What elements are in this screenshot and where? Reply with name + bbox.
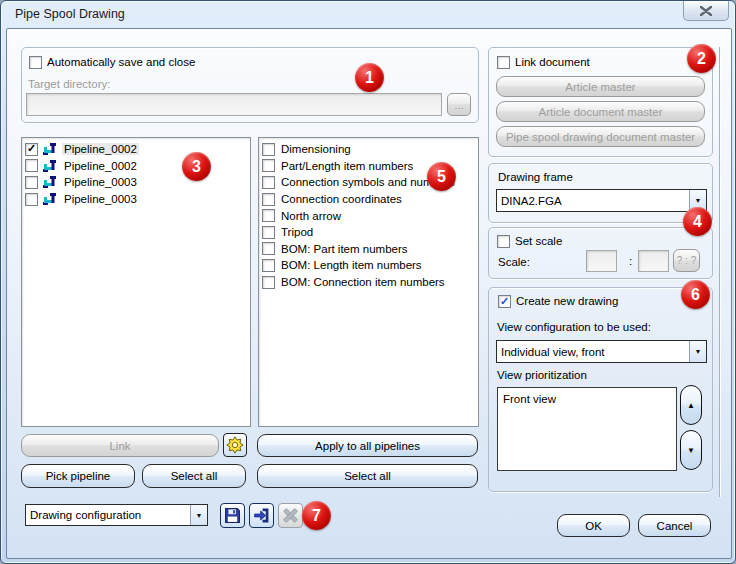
option-checkbox[interactable] — [262, 143, 275, 156]
view-configuration-combobox[interactable]: Individual view, front ▼ — [496, 340, 707, 363]
delete-configuration-button[interactable] — [278, 503, 303, 528]
auto-save-label: Automatically save and close — [47, 56, 195, 68]
option-row[interactable]: Tripod — [262, 224, 478, 241]
article-master-button[interactable]: Article master — [496, 76, 705, 97]
annotation-badge-6: 6 — [681, 280, 710, 309]
option-row[interactable]: Connection coordinates — [262, 191, 478, 208]
annotation-badge-7: 7 — [302, 501, 331, 530]
annotation-badge-5: 5 — [427, 162, 456, 191]
load-configuration-button[interactable] — [249, 503, 274, 528]
set-scale-checkbox[interactable] — [497, 235, 510, 248]
pipeline-label: Pipeline_0003 — [62, 176, 139, 188]
auto-save-checkbox[interactable] — [29, 56, 42, 69]
option-checkbox[interactable] — [262, 276, 275, 289]
option-row[interactable]: BOM: Part item numbers — [262, 241, 478, 258]
annotation-badge-3: 3 — [182, 152, 211, 181]
move-up-button[interactable]: ▲ — [680, 385, 702, 425]
view-prioritization-label: View prioritization — [497, 369, 587, 381]
option-label: Part/Length item numbers — [279, 160, 415, 172]
target-directory-label: Target directory: — [28, 78, 110, 90]
option-label: BOM: Part item numbers — [279, 243, 410, 255]
create-new-drawing-checkbox[interactable]: ✓ — [498, 295, 511, 308]
option-checkbox[interactable] — [262, 259, 275, 272]
scale-separator: : — [629, 255, 632, 267]
close-button[interactable] — [683, 1, 729, 21]
priority-label: Front view — [501, 393, 558, 405]
option-label: Dimensioning — [279, 143, 353, 155]
option-checkbox[interactable] — [262, 242, 275, 255]
down-arrow-icon: ▼ — [687, 446, 695, 455]
pipeline-row[interactable]: Pipeline_0003 — [25, 191, 250, 208]
set-scale-label: Set scale — [515, 235, 562, 247]
drawing-frame-label: Drawing frame — [498, 171, 573, 183]
delete-x-icon — [282, 507, 299, 524]
save-configuration-button[interactable] — [220, 503, 245, 528]
pipeline-row[interactable]: Pipeline_0002 — [25, 158, 250, 175]
drawing-frame-value: DINA2.FGA — [497, 195, 689, 207]
view-prioritization-list[interactable]: Front view — [497, 387, 677, 471]
pick-pipeline-button[interactable]: Pick pipeline — [21, 464, 135, 488]
option-row[interactable]: BOM: Connection item numbers — [262, 274, 478, 291]
pipe-spool-drawing-dialog: Pipe Spool Drawing Automatically save an… — [0, 0, 736, 564]
pipeline-label: Pipeline_0002 — [62, 143, 139, 155]
option-checkbox[interactable] — [262, 226, 275, 239]
pipeline-checkbox[interactable] — [25, 176, 38, 189]
option-row[interactable]: Dimensioning — [262, 141, 478, 158]
annotation-badge-4: 4 — [683, 207, 712, 236]
option-row[interactable]: North arrow — [262, 207, 478, 224]
option-row[interactable]: BOM: Length item numbers — [262, 257, 478, 274]
link-document-label: Link document — [515, 56, 590, 68]
panel-divider — [719, 47, 720, 497]
gear-icon — [226, 436, 244, 454]
move-down-button[interactable]: ▼ — [680, 430, 702, 470]
ok-button[interactable]: OK — [557, 514, 630, 537]
pipeline-checkbox[interactable] — [25, 193, 38, 206]
article-document-master-button[interactable]: Article document master — [496, 101, 705, 122]
select-all-pipelines-button[interactable]: Select all — [142, 464, 246, 488]
pipeline-icon — [42, 192, 58, 206]
scale-denominator-input[interactable] — [638, 250, 669, 272]
link-document-checkbox[interactable] — [497, 56, 510, 69]
pipeline-icon — [42, 175, 58, 189]
option-checkbox[interactable] — [262, 193, 275, 206]
option-label: Tripod — [279, 226, 315, 238]
option-checkbox[interactable] — [262, 159, 275, 172]
window-title: Pipe Spool Drawing — [15, 7, 125, 21]
option-checkbox[interactable] — [262, 209, 275, 222]
annotation-badge-2: 2 — [687, 44, 716, 73]
pipeline-checkbox[interactable]: ✓ — [25, 143, 38, 156]
pipe-spool-drawing-document-master-button[interactable]: Pipe spool drawing document master — [496, 126, 705, 147]
priority-row[interactable]: Front view — [501, 391, 676, 408]
target-directory-input[interactable] — [26, 93, 442, 116]
option-label: BOM: Connection item numbers — [279, 276, 447, 288]
pipeline-list[interactable]: ✓ Pipeline_0002 Pipeline_0002 Pipeline_0… — [21, 137, 251, 427]
pipeline-label: Pipeline_0002 — [62, 160, 139, 172]
drawing-configuration-combobox[interactable]: Drawing configuration ▼ — [25, 504, 208, 526]
browse-button[interactable]: ... — [447, 93, 471, 116]
apply-to-all-pipelines-button[interactable]: Apply to all pipelines — [257, 434, 478, 457]
link-button[interactable]: Link — [21, 434, 219, 457]
import-arrow-icon — [253, 507, 270, 524]
option-label: North arrow — [279, 210, 343, 222]
cancel-button[interactable]: Cancel — [638, 514, 711, 537]
chevron-down-icon[interactable]: ▼ — [190, 505, 207, 525]
pipeline-row[interactable]: Pipeline_0003 — [25, 174, 250, 191]
drawing-frame-combobox[interactable]: DINA2.FGA ▼ — [496, 189, 707, 212]
save-icon — [224, 507, 241, 524]
scale-ratio-button[interactable]: ? : ? — [673, 249, 700, 272]
pipeline-icon — [42, 159, 58, 173]
pipeline-label: Pipeline_0003 — [62, 193, 139, 205]
annotation-badge-1: 1 — [355, 63, 384, 92]
scale-numerator-input[interactable] — [586, 250, 617, 272]
pipeline-checkbox[interactable] — [25, 159, 38, 172]
close-icon — [700, 6, 712, 16]
scale-label: Scale: — [498, 256, 530, 268]
link-settings-button[interactable] — [223, 433, 247, 457]
option-checkbox[interactable] — [262, 176, 275, 189]
drawing-configuration-value: Drawing configuration — [26, 509, 190, 521]
pipeline-row[interactable]: ✓ Pipeline_0002 — [25, 141, 250, 158]
chevron-down-icon[interactable]: ▼ — [689, 341, 706, 362]
view-configuration-label: View configuration to be used: — [497, 321, 651, 333]
create-new-drawing-label: Create new drawing — [516, 295, 618, 307]
select-all-options-button[interactable]: Select all — [257, 464, 478, 488]
